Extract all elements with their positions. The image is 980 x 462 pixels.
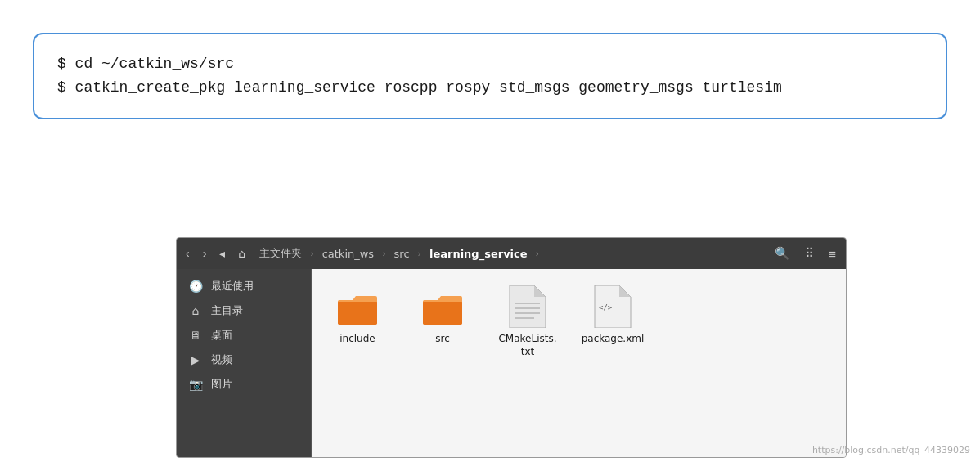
svg-rect-3 bbox=[423, 302, 462, 325]
breadcrumb: 主文件夹 › catkin_ws › src › learning_servic… bbox=[253, 244, 766, 263]
forward-button[interactable]: › bbox=[197, 244, 213, 263]
fm-sidebar: 🕐 最近使用 ⌂ 主目录 🖥 桌面 ▶ 视频 📷 图片 bbox=[177, 269, 312, 457]
terminal-line-2: $ catkin_create_pkg learning_service ros… bbox=[57, 76, 923, 100]
search-button[interactable]: 🔍 bbox=[768, 243, 797, 264]
sidebar-label-home: 主目录 bbox=[211, 303, 243, 318]
breadcrumb-sep-1: › bbox=[308, 249, 315, 259]
file-packagexml[interactable]: </> package.xml bbox=[580, 285, 645, 346]
folder-src-icon bbox=[421, 285, 464, 328]
folder-src[interactable]: src bbox=[410, 285, 475, 346]
sidebar-label-video: 视频 bbox=[211, 352, 232, 367]
toolbar-right: 🔍 ⠿ ≡ bbox=[768, 243, 843, 264]
file-packagexml-icon: </> bbox=[591, 285, 634, 328]
file-packagexml-label: package.xml bbox=[582, 333, 645, 346]
file-manager: ‹ › ◂ ⌂ 主文件夹 › catkin_ws › src › learnin… bbox=[176, 237, 847, 458]
home-icon-sidebar: ⌂ bbox=[188, 304, 203, 317]
folder-include[interactable]: include bbox=[325, 285, 390, 346]
sidebar-label-pictures: 图片 bbox=[211, 377, 232, 392]
camera-icon: 📷 bbox=[188, 378, 203, 391]
video-icon: ▶ bbox=[188, 353, 203, 366]
fm-body: 🕐 最近使用 ⌂ 主目录 🖥 桌面 ▶ 视频 📷 图片 bbox=[177, 269, 846, 457]
folder-include-label: include bbox=[339, 333, 375, 346]
back-button[interactable]: ‹ bbox=[180, 244, 196, 263]
sidebar-item-recent[interactable]: 🕐 最近使用 bbox=[177, 274, 311, 298]
file-cmakelists[interactable]: CMakeLists.txt bbox=[495, 285, 560, 358]
breadcrumb-src[interactable]: src bbox=[388, 245, 416, 262]
breadcrumb-sep-4: › bbox=[534, 249, 541, 259]
watermark: https://blog.csdn.net/qq_44339029 bbox=[812, 445, 970, 455]
file-cmakelists-icon bbox=[506, 285, 549, 328]
sidebar-label-desktop: 桌面 bbox=[211, 328, 232, 343]
terminal-box: $ cd ~/catkin_ws/src $ catkin_create_pkg… bbox=[33, 33, 947, 119]
terminal-line-1: $ cd ~/catkin_ws/src bbox=[57, 52, 923, 76]
breadcrumb-sep-2: › bbox=[380, 249, 387, 259]
breadcrumb-catkin[interactable]: catkin_ws bbox=[316, 245, 381, 262]
svg-rect-1 bbox=[338, 302, 377, 325]
folder-src-label: src bbox=[435, 333, 450, 346]
fm-content: include src bbox=[312, 269, 846, 457]
clock-icon: 🕐 bbox=[188, 280, 203, 293]
breadcrumb-home[interactable]: 主文件夹 bbox=[253, 244, 308, 263]
breadcrumb-current[interactable]: learning_service bbox=[423, 245, 534, 262]
view-grid-button[interactable]: ⠿ bbox=[798, 243, 820, 264]
file-cmakelists-label: CMakeLists.txt bbox=[498, 333, 556, 358]
home-icon: ⌂ bbox=[232, 244, 251, 263]
breadcrumb-sep-3: › bbox=[416, 249, 423, 259]
sidebar-item-desktop[interactable]: 🖥 桌面 bbox=[177, 323, 311, 348]
folder-include-icon bbox=[336, 285, 379, 328]
view-list-button[interactable]: ≡ bbox=[822, 244, 843, 264]
svg-text:</>: </> bbox=[599, 303, 613, 312]
fm-toolbar: ‹ › ◂ ⌂ 主文件夹 › catkin_ws › src › learnin… bbox=[177, 238, 846, 269]
up-button[interactable]: ◂ bbox=[214, 244, 231, 263]
sidebar-label-recent: 最近使用 bbox=[211, 279, 254, 294]
sidebar-item-home[interactable]: ⌂ 主目录 bbox=[177, 298, 311, 323]
desktop-icon: 🖥 bbox=[188, 329, 203, 342]
sidebar-item-video[interactable]: ▶ 视频 bbox=[177, 348, 311, 372]
sidebar-item-pictures[interactable]: 📷 图片 bbox=[177, 372, 311, 397]
